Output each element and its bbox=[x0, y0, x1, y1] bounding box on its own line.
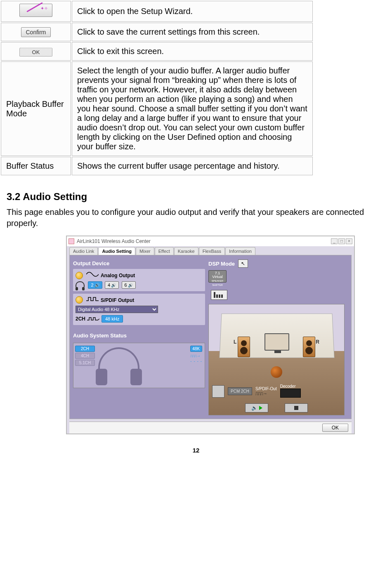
pcm-label: PCM 2CH bbox=[228, 387, 252, 395]
footer-bar: OK bbox=[69, 422, 352, 434]
channel-2-button[interactable]: 2🔊 bbox=[88, 281, 102, 289]
confirm-desc: Click to save the current settings from … bbox=[72, 23, 313, 41]
spdif-ch-label: 2CH bbox=[76, 316, 85, 322]
spdif-output-label: S/PDIF Output bbox=[101, 297, 134, 303]
doc-table: Click to open the Setup Wizard. Confirm … bbox=[0, 0, 314, 176]
room-visualizer[interactable]: L R PCM 2CH S/PDIF-Out ⎍⎍⎍→ Decoder bbox=[208, 304, 345, 415]
speaker-left-label: L bbox=[234, 339, 236, 345]
minimize-button[interactable]: _ bbox=[331, 238, 338, 244]
ok-icon: OK bbox=[19, 48, 52, 57]
listener-icon[interactable] bbox=[271, 366, 282, 378]
stop-square-icon bbox=[294, 406, 298, 410]
spdif-select[interactable]: Digital Audio 48 KHz bbox=[76, 306, 158, 313]
status-2ch-badge: 2CH bbox=[75, 346, 95, 352]
wizard-button-cell bbox=[1, 1, 71, 22]
headphones-icon[interactable] bbox=[76, 281, 85, 289]
analog-output-label: Analog Output bbox=[101, 273, 135, 278]
speaker-left-icon[interactable] bbox=[238, 337, 250, 357]
channel-6-button[interactable]: 6🔊 bbox=[122, 281, 136, 289]
ok-desc: Click to exit this screen. bbox=[72, 42, 313, 61]
status-dash-icon: - - - - bbox=[190, 359, 202, 363]
tab-effect[interactable]: Effect bbox=[155, 247, 174, 255]
play-test-button[interactable]: 🔈 bbox=[245, 403, 268, 412]
app-window: AirLink101 Wireless Audio Center _ □ × A… bbox=[66, 236, 355, 434]
sine-wave-icon bbox=[86, 271, 99, 277]
dsp-mode-title: DSP Mode bbox=[208, 261, 235, 267]
output-device-title: Output Device bbox=[73, 260, 109, 266]
playback-desc: Select the length of your audio buffer. … bbox=[72, 61, 313, 156]
status-4ch-badge: 4CH bbox=[75, 353, 95, 359]
wizard-icon bbox=[19, 4, 52, 17]
speaker-small-icon: 🔈 bbox=[251, 405, 257, 411]
virtual-speaker-button[interactable]: 7.1 Virtual SPEAKER SHIFTER bbox=[208, 270, 227, 283]
speaker-gold-icon bbox=[76, 272, 83, 279]
status-wave-icon: ⎍⎍⎍→ bbox=[190, 353, 202, 358]
status-51ch-badge: 5.1CH bbox=[75, 360, 95, 366]
playback-label: Playback Buffer Mode bbox=[1, 61, 71, 156]
spdif-output-row: S/PDIF Output Digital Audio 48 KHz 2CH 4… bbox=[73, 294, 205, 325]
wizard-desc: Click to open the Setup Wizard. bbox=[72, 1, 313, 22]
section-heading: 3.2 Audio Setting bbox=[7, 191, 392, 203]
tab-bar: Audio Link Audio Setting Mixer Effect Ka… bbox=[67, 246, 354, 255]
ok-button-cell: OK bbox=[1, 42, 71, 61]
decoder-label: Decoder bbox=[280, 384, 296, 389]
tab-information[interactable]: Information bbox=[225, 247, 255, 255]
decoder-icon bbox=[280, 389, 301, 398]
audio-status-box: 2CH 4CH 5.1CH 48K ⎍⎍⎍→ - - - - bbox=[73, 343, 205, 388]
channel-4-button[interactable]: 4🔊 bbox=[105, 281, 119, 289]
buffer-status-desc: Shows the current buffer usage percentag… bbox=[72, 157, 313, 175]
close-button[interactable]: × bbox=[346, 238, 352, 244]
tab-karaoke[interactable]: Karaoke bbox=[174, 247, 198, 255]
page-number: 12 bbox=[0, 447, 392, 454]
speaker-right-icon[interactable] bbox=[303, 337, 315, 357]
maximize-button[interactable]: □ bbox=[338, 238, 345, 244]
buffer-status-label: Buffer Status bbox=[1, 157, 71, 175]
section-intro: This page enables you to configure your … bbox=[7, 207, 388, 229]
status-rate-badge: 48K bbox=[190, 346, 202, 352]
ok-button[interactable]: OK bbox=[322, 424, 348, 432]
dsp-expand-button[interactable]: ↖ bbox=[238, 259, 248, 268]
analog-output-row: Analog Output 2🔊 4🔊 6🔊 bbox=[73, 269, 205, 291]
speaker-right-label: R bbox=[316, 339, 319, 345]
play-triangle-icon bbox=[259, 406, 262, 410]
square-wave-icon-2 bbox=[87, 316, 99, 321]
tab-audio-link[interactable]: Audio Link bbox=[69, 247, 98, 255]
app-icon bbox=[68, 238, 74, 244]
titlebar: AirLink101 Wireless Audio Center _ □ × bbox=[67, 236, 354, 246]
spdif-rate-button[interactable]: 48 kHz bbox=[102, 315, 123, 323]
stop-test-button[interactable] bbox=[285, 403, 308, 412]
signal-chain: PCM 2CH S/PDIF-Out ⎍⎍⎍→ Decoder bbox=[212, 384, 341, 398]
headphones-large-icon bbox=[98, 347, 139, 376]
main-panel: Output Device Analog Output 2🔊 4🔊 6🔊 bbox=[69, 255, 352, 419]
square-wave-icon bbox=[86, 296, 99, 302]
window-title: AirLink101 Wireless Audio Center bbox=[77, 238, 151, 244]
tab-mixer[interactable]: Mixer bbox=[136, 247, 154, 255]
spdif-wave-icon: ⎍⎍⎍→ bbox=[255, 391, 267, 396]
equalizer-button[interactable] bbox=[211, 290, 227, 300]
tab-audio-setting[interactable]: Audio Setting bbox=[98, 247, 135, 255]
tv-icon bbox=[264, 333, 289, 351]
audio-status-title: Audio System Status bbox=[73, 332, 127, 339]
tab-flexbass[interactable]: FlexBass bbox=[199, 247, 225, 255]
source-device-icon bbox=[212, 385, 224, 398]
spdif-out-label: S/PDIF-Out bbox=[255, 386, 277, 391]
confirm-icon: Confirm bbox=[21, 27, 50, 37]
speaker-gold-icon-2 bbox=[76, 296, 83, 304]
confirm-button-cell: Confirm bbox=[1, 23, 71, 41]
